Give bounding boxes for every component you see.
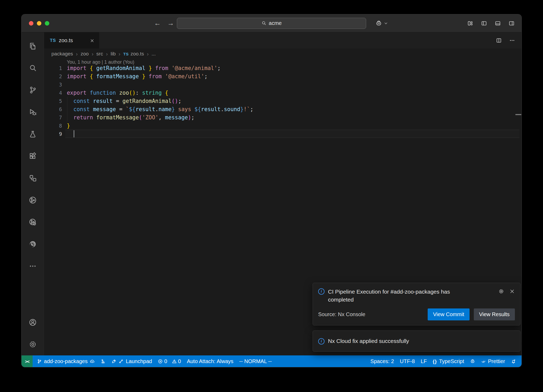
activity-item-search[interactable]: [21, 57, 44, 79]
status-item-nx-pipeline[interactable]: [98, 355, 108, 367]
activity-item-additional-views[interactable]: [21, 255, 44, 277]
activity-item-accounts[interactable]: [21, 311, 44, 333]
toggle-panel-icon[interactable]: [495, 20, 501, 26]
forward-arrow-icon[interactable]: →: [167, 19, 174, 27]
close-tab-icon[interactable]: [89, 37, 95, 44]
typescript-file-icon: TS: [123, 52, 129, 56]
line-number: 8: [44, 123, 62, 129]
activity-item-explorer[interactable]: [21, 35, 44, 57]
title-bar: ← → acme: [21, 14, 522, 32]
status-item-git-branch[interactable]: add-zoo-packages: [34, 355, 98, 367]
breadcrumb-item[interactable]: src: [96, 51, 103, 57]
breadcrumb-item[interactable]: TSzoo.ts: [123, 51, 144, 57]
status-item-auto-attach[interactable]: Auto Attach: Always: [184, 355, 237, 367]
code-line-8[interactable]: 8}: [44, 121, 522, 130]
layout-controls: [467, 20, 515, 26]
status-item-encoding[interactable]: UTF-8: [397, 355, 418, 367]
code-line-7[interactable]: 7 return formatMessage('ZOO', message);: [44, 113, 522, 121]
notification-nx-cloud-fix: i Nx Cloud fix applied successfully: [313, 330, 520, 352]
line-content: const result = getRandomAnimal();: [67, 98, 181, 104]
line-number: 5: [44, 98, 62, 104]
manage-settings-icon: [29, 340, 37, 349]
explorer-icon: [29, 42, 37, 50]
history-navigation: ← →: [154, 14, 174, 32]
status-item-eol[interactable]: LF: [418, 355, 430, 367]
tab-bar: TS zoo.ts: [44, 32, 522, 49]
toggle-primary-sidebar-icon[interactable]: [481, 20, 487, 26]
pipeline-icon: [100, 359, 106, 364]
activity-item-manage-settings[interactable]: [21, 333, 44, 355]
line-number: 4: [44, 90, 62, 96]
testing-icon: [29, 130, 37, 138]
status-item-vim-mode[interactable]: -- NORMAL --: [236, 355, 275, 367]
status-item-problems[interactable]: 00: [155, 355, 184, 367]
status-item-notifications-bell[interactable]: [508, 355, 519, 367]
run-and-debug-icon: [29, 108, 37, 116]
notification-close-icon[interactable]: [509, 289, 515, 294]
customize-layout-icon[interactable]: [467, 20, 473, 26]
source-control-icon: [29, 86, 37, 94]
status-item-formatter-prettier[interactable]: Prettier: [478, 355, 508, 367]
nx-console-icon: [29, 174, 37, 182]
breadcrumb-item[interactable]: ...: [152, 51, 156, 57]
activity-item-edge-tools[interactable]: [21, 233, 44, 255]
notification-settings-gear-icon[interactable]: [498, 289, 504, 294]
code-line-6[interactable]: 6 const message = `${result.name} says $…: [44, 105, 522, 113]
activity-item-run-and-debug[interactable]: [21, 101, 44, 123]
copilot-icon: [470, 359, 475, 364]
line-content: }: [67, 123, 70, 129]
view-results-button[interactable]: View Results: [474, 308, 515, 320]
activity-item-testing[interactable]: [21, 123, 44, 145]
line-content: export function zoo(): string {: [67, 90, 168, 96]
breadcrumb-separator-icon: ›: [119, 51, 120, 57]
line-number: 2: [44, 73, 62, 79]
status-item-remote-indicator[interactable]: ><: [21, 355, 33, 367]
activity-item-gitlens[interactable]: [21, 189, 44, 211]
info-icon: i: [318, 288, 325, 295]
typescript-file-icon: TS: [50, 38, 56, 43]
activity-bar: [21, 32, 44, 355]
code-line-9[interactable]: 9: [44, 130, 522, 138]
breadcrumb-separator-icon: ›: [106, 51, 108, 57]
status-item-language-mode[interactable]: {}TypeScript: [430, 355, 467, 367]
search-icon: [261, 21, 266, 26]
tab-zoo-ts[interactable]: TS zoo.ts: [44, 32, 99, 49]
code-line-2[interactable]: 2import { formatMessage } from '@acme/ut…: [44, 72, 522, 80]
line-number: 6: [44, 106, 62, 112]
tab-label: zoo.ts: [59, 37, 73, 43]
breadcrumb-separator-icon: ›: [92, 51, 94, 57]
breadcrumb-item[interactable]: lib: [111, 51, 116, 57]
activity-item-nx-console[interactable]: [21, 167, 44, 189]
code-line-4[interactable]: 4export function zoo(): string {: [44, 89, 522, 97]
toggle-secondary-sidebar-icon[interactable]: [509, 20, 515, 26]
extensions-icon: [29, 152, 37, 160]
breadcrumb-item[interactable]: packages: [51, 51, 73, 57]
status-bar: ><add-zoo-packagesLaunchpad00Auto Attach…: [21, 355, 522, 367]
activity-item-source-control[interactable]: [21, 79, 44, 101]
breadcrumb-item[interactable]: zoo: [81, 51, 89, 57]
status-item-indentation[interactable]: Spaces: 2: [367, 355, 397, 367]
code-line-1[interactable]: 1import { getRandomAnimal } from '@acme/…: [44, 64, 522, 72]
code-line-5[interactable]: 5 const result = getRandomAnimal();: [44, 97, 522, 105]
command-center-search[interactable]: acme: [177, 18, 366, 29]
view-commit-button[interactable]: View Commit: [428, 308, 469, 320]
window-controls: [29, 21, 49, 25]
status-item-copilot-status[interactable]: [467, 355, 478, 367]
line-content: import { formatMessage } from '@acme/uti…: [67, 73, 208, 80]
close-window-button[interactable]: [29, 21, 33, 25]
maximize-window-button[interactable]: [45, 21, 49, 25]
minimize-window-button[interactable]: [37, 21, 41, 25]
back-arrow-icon[interactable]: ←: [154, 19, 161, 27]
activity-item-gitlens-inspect[interactable]: [21, 211, 44, 233]
vscode-window: ← → acme TS zoo.ts: [21, 14, 522, 367]
status-item-gitlens-launchpad[interactable]: Launchpad: [108, 355, 155, 367]
more-actions-icon[interactable]: [509, 37, 515, 43]
line-content: import { getRandomAnimal } from '@acme/a…: [67, 65, 221, 71]
breadcrumb-separator-icon: ›: [76, 51, 78, 57]
split-editor-icon[interactable]: [496, 37, 502, 43]
cloud-upload-icon: [90, 359, 95, 364]
code-line-3[interactable]: 3: [44, 80, 522, 89]
copilot-menu-button[interactable]: [375, 20, 388, 27]
activity-item-extensions[interactable]: [21, 145, 44, 167]
edge-tools-icon: [29, 240, 37, 248]
